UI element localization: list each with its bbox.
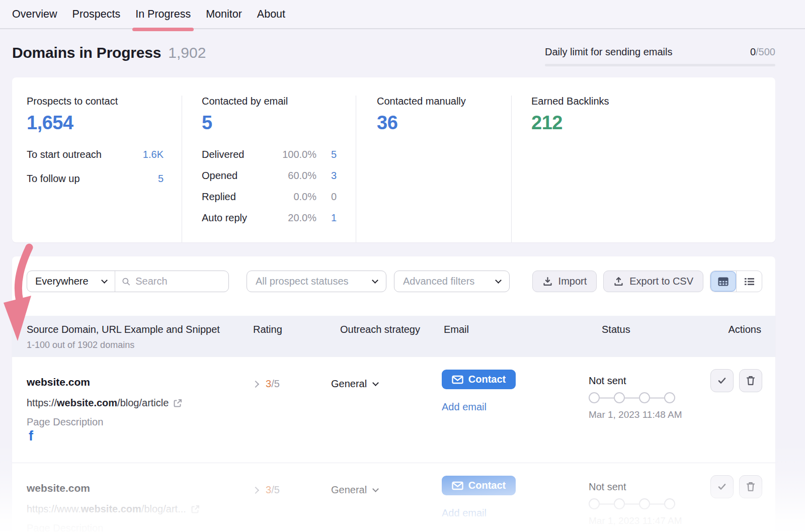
external-link-icon[interactable] bbox=[173, 398, 183, 408]
step-dot bbox=[664, 392, 675, 403]
stat-title: Prospects to contact bbox=[27, 96, 182, 107]
external-link-icon[interactable] bbox=[190, 504, 200, 514]
contact-button[interactable]: Contact bbox=[442, 476, 516, 495]
table-header: Source Domain, URL Example and Snippet R… bbox=[12, 316, 775, 357]
daily-limit-label: Daily limit for sending emails bbox=[545, 46, 672, 58]
daily-limit-used: 0 bbox=[750, 46, 756, 57]
add-email-link[interactable]: Add email bbox=[442, 401, 487, 413]
column-rating: Rating bbox=[253, 324, 282, 335]
stat-subrow: Auto reply 20.0% 1 bbox=[202, 212, 337, 224]
chevron-down-icon bbox=[495, 277, 502, 284]
url-prefix: https:// bbox=[27, 397, 57, 408]
stat-value: 1,654 bbox=[27, 112, 182, 134]
stat-subrow: Replied 0.0% 0 bbox=[202, 191, 337, 203]
daily-limit: Daily limit for sending emails 0/500 bbox=[545, 46, 775, 66]
delete-button[interactable] bbox=[739, 475, 762, 498]
url-link[interactable]: https://www.website.com/blog/art... bbox=[27, 503, 186, 515]
page-title: Domains in Progress bbox=[12, 44, 161, 61]
envelope-icon bbox=[452, 481, 463, 490]
prospect-status-label: All prospect statuses bbox=[256, 276, 349, 287]
stat-contacted-by-email: Contacted by email 5 Delivered 100.0% 5 … bbox=[182, 96, 356, 242]
nav-tab-about[interactable]: About bbox=[257, 8, 285, 21]
step-dot bbox=[589, 392, 600, 403]
filter-actions: Import Export to CSV bbox=[532, 271, 762, 292]
status-label: Not sent bbox=[589, 375, 626, 387]
step-bar bbox=[600, 397, 614, 399]
step-dot bbox=[639, 498, 650, 509]
daily-limit-total: /500 bbox=[756, 46, 775, 57]
outreach-strategy-dropdown[interactable]: General bbox=[331, 378, 378, 390]
list-view-button[interactable] bbox=[736, 271, 762, 292]
subrow-count-link[interactable]: 1 bbox=[316, 212, 337, 224]
subrow-count-link[interactable]: 5 bbox=[316, 149, 337, 160]
table-view-icon bbox=[718, 277, 729, 286]
stat-value: 212 bbox=[531, 112, 775, 134]
import-icon bbox=[542, 276, 553, 287]
chevron-right-icon[interactable] bbox=[252, 486, 259, 493]
subrow-label: Auto reply bbox=[202, 212, 268, 224]
contact-button[interactable]: Contact bbox=[442, 370, 516, 389]
export-label: Export to CSV bbox=[629, 276, 693, 287]
url-link[interactable]: https://website.com/blog/article bbox=[27, 397, 169, 409]
outreach-strategy-dropdown[interactable]: General bbox=[331, 484, 378, 496]
status-stepper bbox=[589, 498, 675, 509]
chevron-down-icon bbox=[372, 380, 379, 386]
step-bar bbox=[600, 503, 614, 505]
stat-earned-backlinks: Earned Backlinks 212 bbox=[511, 96, 775, 242]
row-actions bbox=[710, 475, 762, 498]
contact-label: Contact bbox=[468, 480, 506, 491]
nav-tab-monitor[interactable]: Monitor bbox=[206, 8, 242, 21]
top-nav: Overview Prospects In Progress Monitor A… bbox=[0, 0, 805, 29]
nav-tab-in-progress[interactable]: In Progress bbox=[135, 8, 191, 21]
strategy-label: General bbox=[331, 484, 367, 496]
status-timestamp: Mar 1, 2023 11:47 AM bbox=[589, 515, 682, 526]
list-view-icon bbox=[744, 277, 755, 286]
subrow-label: Opened bbox=[202, 170, 268, 182]
approve-button[interactable] bbox=[710, 369, 734, 392]
approve-button[interactable] bbox=[710, 475, 734, 498]
subrow-label: To follow up bbox=[27, 173, 80, 185]
nav-tab-prospects[interactable]: Prospects bbox=[72, 8, 121, 21]
subrow-percent: 100.0% bbox=[268, 149, 316, 160]
rating-total: /5 bbox=[271, 378, 280, 389]
rating-value: 3 bbox=[266, 378, 271, 389]
subrow-value-link[interactable]: 1.6K bbox=[143, 149, 164, 160]
import-label: Import bbox=[558, 276, 587, 287]
subrow-label: Replied bbox=[202, 191, 268, 203]
step-bar bbox=[650, 503, 664, 505]
stat-title: Contacted manually bbox=[377, 96, 511, 107]
facebook-icon[interactable]: f bbox=[29, 429, 33, 443]
table-view-button[interactable] bbox=[710, 271, 736, 292]
page-header: Domains in Progress 1,902 bbox=[12, 44, 206, 61]
stat-subrow: Opened 60.0% 3 bbox=[202, 170, 337, 182]
stat-subrow: To start outreach 1.6K bbox=[27, 149, 164, 160]
step-dot bbox=[589, 498, 600, 509]
advanced-filters-label: Advanced filters bbox=[403, 276, 474, 287]
prospect-status-filter[interactable]: All prospect statuses bbox=[247, 271, 386, 292]
domains-table-card: Everywhere All prospect statuses Advance… bbox=[12, 256, 775, 532]
delete-icon bbox=[746, 481, 756, 492]
import-button[interactable]: Import bbox=[532, 271, 597, 292]
status-stepper bbox=[589, 392, 675, 403]
nav-tab-overview[interactable]: Overview bbox=[12, 8, 57, 21]
envelope-icon bbox=[452, 375, 463, 384]
stat-subrow: To follow up 5 bbox=[27, 173, 164, 185]
delete-button[interactable] bbox=[739, 369, 762, 392]
source-domain: website.com bbox=[27, 376, 90, 388]
subrow-count-link[interactable]: 3 bbox=[316, 170, 337, 182]
advanced-filters-dropdown[interactable]: Advanced filters bbox=[394, 271, 510, 292]
add-email-link[interactable]: Add email bbox=[442, 507, 487, 519]
subrow-percent: 60.0% bbox=[268, 170, 316, 182]
step-bar bbox=[625, 397, 639, 399]
search-input[interactable] bbox=[135, 276, 222, 287]
chevron-right-icon[interactable] bbox=[252, 380, 259, 387]
url-domain: website.com bbox=[57, 397, 117, 408]
approve-icon bbox=[716, 375, 728, 386]
subrow-count: 0 bbox=[316, 191, 337, 203]
stat-contacted-manually: Contacted manually 36 bbox=[356, 96, 511, 242]
status-timestamp: Mar 1, 2023 11:48 AM bbox=[589, 409, 682, 420]
view-toggle bbox=[710, 271, 762, 292]
url-example: https://www.website.com/blog/art... bbox=[27, 503, 200, 515]
subrow-value-link[interactable]: 5 bbox=[158, 173, 164, 185]
export-csv-button[interactable]: Export to CSV bbox=[603, 271, 703, 292]
